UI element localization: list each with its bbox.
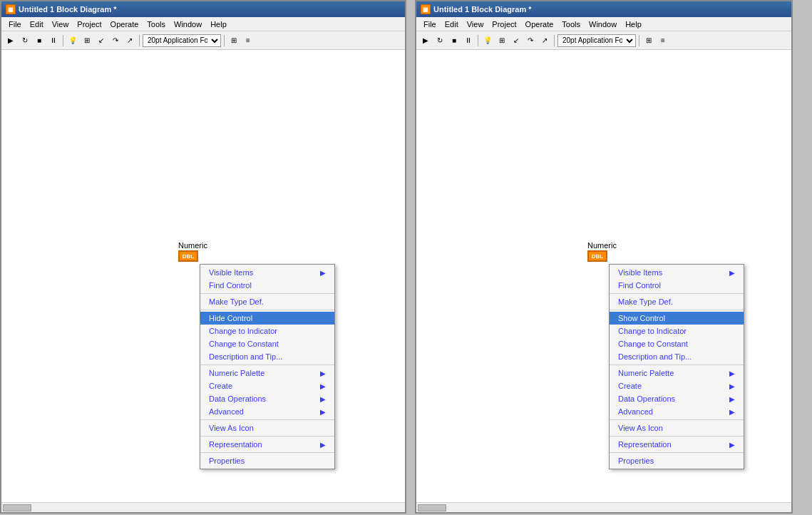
left-ctx-data-operations[interactable]: Data Operations ▶	[200, 392, 334, 405]
right-ctx-view-as-icon[interactable]: View As Icon	[610, 422, 744, 434]
right-step-out-btn[interactable]: ↗	[538, 34, 551, 47]
right-toolbar: ▶ ↻ ■ ⏸ 💡 ⊞ ↙ ↷ ↗ 20pt Application Font …	[416, 31, 791, 50]
right-window: ▦ Untitled 1 Block Diagram * File Edit V…	[415, 0, 793, 514]
right-numeric-label: Numeric	[587, 241, 617, 250]
right-pause-btn[interactable]: ⏸	[462, 34, 475, 47]
right-toolbar-sep3	[639, 35, 639, 46]
left-numeric-control: Numeric DBL	[178, 241, 207, 262]
toolbar-sep1	[63, 35, 63, 46]
right-run-cont-btn[interactable]: ↻	[433, 34, 446, 47]
right-ctx-data-operations[interactable]: Data Operations ▶	[610, 392, 744, 405]
left-ctx-sep4	[200, 419, 334, 420]
left-menu-file[interactable]: File	[4, 19, 26, 30]
right-menu-bar: File Edit View Project Operate Tools Win…	[416, 17, 791, 31]
zoom-btn[interactable]: ⊞	[227, 34, 240, 47]
left-ctx-description[interactable]: Description and Tip...	[200, 350, 334, 363]
left-ctx-create[interactable]: Create ▶	[200, 379, 334, 392]
left-menu-window[interactable]: Window	[170, 19, 206, 30]
right-menu-operate[interactable]: Operate	[521, 19, 558, 30]
left-ctx-sep5	[200, 436, 334, 437]
right-ctx-representation-arrow: ▶	[729, 441, 735, 449]
left-ctx-data-operations-arrow: ▶	[320, 395, 326, 403]
left-ctx-make-type-def[interactable]: Make Type Def.	[200, 295, 334, 308]
left-ctx-visible-items[interactable]: Visible Items ▶	[200, 266, 334, 279]
abort-btn[interactable]: ■	[33, 34, 46, 47]
right-step-in-btn[interactable]: ↙	[510, 34, 523, 47]
highlight-btn[interactable]: 💡	[66, 34, 79, 47]
right-align-btn[interactable]: ≡	[657, 34, 669, 47]
left-scrollbar[interactable]	[1, 502, 405, 512]
left-title-text: Untitled 1 Block Diagram *	[19, 5, 117, 14]
step-in-btn[interactable]: ↙	[95, 34, 108, 47]
right-ctx-make-type-def[interactable]: Make Type Def.	[610, 295, 744, 308]
left-toolbar: ▶ ↻ ■ ⏸ 💡 ⊞ ↙ ↷ ↗ 20pt Application Font …	[1, 31, 405, 50]
right-scroll-thumb[interactable]	[418, 504, 446, 511]
left-ctx-advanced[interactable]: Advanced ▶	[200, 405, 334, 418]
right-ctx-create[interactable]: Create ▶	[610, 379, 744, 392]
left-menu-project[interactable]: Project	[73, 19, 106, 30]
right-ctx-advanced[interactable]: Advanced ▶	[610, 405, 744, 418]
right-ctx-create-arrow: ▶	[729, 382, 735, 390]
right-numeric-box[interactable]: DBL	[587, 250, 607, 262]
right-ctx-change-indicator[interactable]: Change to Indicator	[610, 325, 744, 337]
left-ctx-representation[interactable]: Representation ▶	[200, 438, 334, 451]
left-ctx-change-indicator[interactable]: Change to Indicator	[200, 325, 334, 337]
left-ctx-change-constant[interactable]: Change to Constant	[200, 337, 334, 350]
run-cont-btn[interactable]: ↻	[19, 34, 31, 47]
right-font-select[interactable]: 20pt Application Font	[557, 34, 636, 47]
left-ctx-properties[interactable]: Properties	[200, 454, 334, 467]
right-numeric-box-text: DBL	[592, 253, 603, 260]
step-over-btn[interactable]: ↷	[109, 34, 122, 47]
left-ctx-find-control[interactable]: Find Control	[200, 279, 334, 292]
left-ctx-sep6	[200, 452, 334, 453]
left-numeric-box-text: DBL	[183, 253, 194, 260]
left-scroll-thumb[interactable]	[3, 504, 31, 511]
right-menu-view[interactable]: View	[463, 19, 488, 30]
pause-btn[interactable]: ⏸	[47, 34, 60, 47]
right-ctx-sep2	[610, 310, 744, 310]
right-retain-btn[interactable]: ⊞	[495, 34, 508, 47]
left-canvas[interactable]: Numeric DBL Visible Items ▶ Find Control…	[1, 50, 405, 502]
left-ctx-visible-items-arrow: ▶	[320, 269, 326, 277]
right-menu-help[interactable]: Help	[621, 19, 646, 30]
left-menu-help[interactable]: Help	[206, 19, 231, 30]
right-ctx-numeric-palette[interactable]: Numeric Palette ▶	[610, 367, 744, 379]
retain-btn[interactable]: ⊞	[81, 34, 93, 47]
left-ctx-view-as-icon[interactable]: View As Icon	[200, 422, 334, 434]
left-title-icon: ▦	[6, 4, 16, 14]
right-scrollbar[interactable]	[416, 502, 791, 512]
left-menu-operate[interactable]: Operate	[106, 19, 143, 30]
right-menu-window[interactable]: Window	[585, 19, 621, 30]
right-step-over-btn[interactable]: ↷	[524, 34, 537, 47]
left-numeric-label: Numeric	[178, 241, 207, 250]
align-btn[interactable]: ≡	[242, 34, 255, 47]
left-menu-edit[interactable]: Edit	[26, 19, 48, 30]
left-menu-tools[interactable]: Tools	[143, 19, 170, 30]
right-ctx-show-control[interactable]: Show Control	[610, 312, 744, 325]
right-menu-file[interactable]: File	[419, 19, 441, 30]
right-highlight-btn[interactable]: 💡	[481, 34, 494, 47]
right-ctx-find-control[interactable]: Find Control	[610, 279, 744, 292]
right-ctx-numeric-palette-arrow: ▶	[729, 369, 735, 377]
font-select[interactable]: 20pt Application Font	[143, 34, 221, 47]
step-out-btn[interactable]: ↗	[123, 34, 136, 47]
left-numeric-box[interactable]: DBL	[178, 250, 198, 262]
right-ctx-representation[interactable]: Representation ▶	[610, 438, 744, 451]
right-canvas[interactable]: Numeric DBL Visible Items ▶ Find Control…	[416, 50, 791, 502]
right-menu-tools[interactable]: Tools	[557, 19, 585, 30]
left-ctx-create-arrow: ▶	[320, 382, 326, 390]
right-ctx-visible-items[interactable]: Visible Items ▶	[610, 266, 744, 279]
left-ctx-numeric-palette[interactable]: Numeric Palette ▶	[200, 367, 334, 379]
run-btn[interactable]: ▶	[4, 34, 17, 47]
right-zoom-btn[interactable]: ⊞	[642, 34, 655, 47]
right-run-btn[interactable]: ▶	[419, 34, 432, 47]
left-ctx-hide-control[interactable]: Hide Control	[200, 312, 334, 325]
right-abort-btn[interactable]: ■	[448, 34, 461, 47]
left-menu-view[interactable]: View	[48, 19, 73, 30]
right-ctx-change-constant[interactable]: Change to Constant	[610, 337, 744, 350]
right-ctx-properties[interactable]: Properties	[610, 454, 744, 467]
divider	[409, 0, 412, 515]
right-menu-project[interactable]: Project	[488, 19, 520, 30]
right-ctx-description[interactable]: Description and Tip...	[610, 350, 744, 363]
right-menu-edit[interactable]: Edit	[441, 19, 463, 30]
